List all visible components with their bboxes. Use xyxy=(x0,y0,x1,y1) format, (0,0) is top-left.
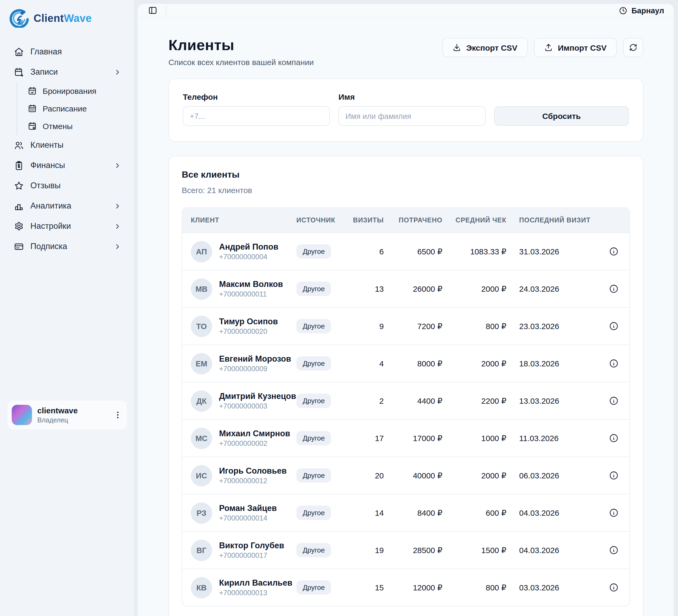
table-row[interactable]: ИС Игорь Соловьев +70000000012 Другое 20… xyxy=(182,457,630,494)
refresh-button[interactable] xyxy=(623,38,643,57)
client-name: Игорь Соловьев xyxy=(219,466,287,475)
clientwave-logo-icon xyxy=(10,8,29,28)
client-name: Андрей Попов xyxy=(219,242,278,251)
sidebar-item-records[interactable]: Записи xyxy=(7,62,127,82)
client-phone: +70000000009 xyxy=(219,365,291,373)
spent-value: 26000 ₽ xyxy=(384,284,442,294)
client-info-button[interactable] xyxy=(608,432,620,444)
client-phone: +70000000003 xyxy=(219,402,296,410)
source-badge: Другое xyxy=(296,319,331,333)
avg-check-value: 2000 ₽ xyxy=(442,284,506,294)
gear-icon xyxy=(14,221,24,231)
user-profile[interactable]: clientwave Владелец xyxy=(7,401,127,429)
credit-card-icon xyxy=(14,241,24,251)
sidebar-item-label: Отмены xyxy=(43,121,73,131)
table-row[interactable]: ТО Тимур Осипов +70000000020 Другое 9 72… xyxy=(182,307,630,345)
client-name: Кирилл Васильев xyxy=(219,578,292,587)
spent-value: 7200 ₽ xyxy=(384,321,442,331)
chevron-right-icon xyxy=(114,161,121,169)
page-header: Клиенты Список всех клиентов вашей компа… xyxy=(168,37,643,67)
table-row[interactable]: АП Андрей Попов +70000000004 Другое 6 65… xyxy=(182,232,630,270)
client-info-button[interactable] xyxy=(608,469,620,482)
last-visit-value: 13.03.2026 xyxy=(506,396,608,405)
sidebar-toggle-button[interactable] xyxy=(146,4,159,17)
app-logo[interactable]: ClientWave xyxy=(7,8,127,28)
client-phone: +70000000014 xyxy=(219,514,277,522)
clock-icon xyxy=(619,6,627,15)
kebab-menu-icon[interactable] xyxy=(113,410,123,420)
client-info-button[interactable] xyxy=(608,581,620,593)
sidebar-item-subscription[interactable]: Подписка xyxy=(7,236,127,257)
client-info-button[interactable] xyxy=(608,245,620,258)
home-icon xyxy=(14,47,24,57)
table-row[interactable]: ВГ Виктор Голубев +70000000017 Другое 19… xyxy=(182,531,630,569)
last-visit-value: 11.03.2026 xyxy=(506,434,608,443)
app-root: ClientWave Главная Записи Бронирования Р xyxy=(0,0,678,616)
client-name: Максим Волков xyxy=(219,279,283,289)
info-icon xyxy=(609,246,619,257)
sidebar-item-home[interactable]: Главная xyxy=(7,42,127,62)
table-row[interactable]: РЗ Роман Зайцев +70000000014 Другое 14 8… xyxy=(182,494,630,531)
client-avatar: АП xyxy=(191,241,212,262)
visits-value: 19 xyxy=(352,546,384,555)
sidebar-item-schedule[interactable]: Расписание xyxy=(17,100,127,117)
client-info-button[interactable] xyxy=(608,320,620,332)
sidebar-item-finances[interactable]: Финансы xyxy=(7,155,127,176)
column-source: ИСТОЧНИК xyxy=(296,217,352,224)
visits-value: 9 xyxy=(352,322,384,331)
last-visit-value: 18.03.2026 xyxy=(506,359,608,368)
column-avg-check: СРЕДНИЙ ЧЕК xyxy=(442,217,506,224)
sidebar-item-analytics[interactable]: Аналитика xyxy=(7,196,127,216)
info-icon xyxy=(609,358,619,368)
visits-value: 14 xyxy=(352,508,384,517)
last-visit-value: 04.03.2026 xyxy=(506,508,608,517)
avg-check-value: 2000 ₽ xyxy=(442,359,506,368)
sidebar-item-label: Клиенты xyxy=(30,140,64,150)
client-avatar: ТО xyxy=(191,316,212,337)
table-row[interactable]: МВ Максим Волков +70000000011 Другое 13 … xyxy=(182,270,630,307)
table-row[interactable]: КВ Кирилл Васильев +70000000013 Другое 1… xyxy=(182,569,630,606)
sidebar-item-clients[interactable]: Клиенты xyxy=(7,135,127,155)
info-icon xyxy=(609,321,619,331)
sidebar-item-bookings[interactable]: Бронирования xyxy=(17,82,127,100)
sidebar-item-cancellations[interactable]: Отмены xyxy=(17,117,127,135)
visits-value: 6 xyxy=(352,247,384,256)
column-visits: ВИЗИТЫ xyxy=(352,217,384,224)
sidebar-item-label: Записи xyxy=(30,67,58,77)
header-actions: Экспорт CSV Импорт CSV xyxy=(442,38,643,57)
avg-check-value: 800 ₽ xyxy=(442,583,506,592)
client-info-button[interactable] xyxy=(608,283,620,295)
client-name: Роман Зайцев xyxy=(219,503,277,513)
phone-filter-input[interactable] xyxy=(183,106,330,126)
info-icon xyxy=(609,470,619,480)
client-info-button[interactable] xyxy=(608,544,620,556)
export-csv-button[interactable]: Экспорт CSV xyxy=(442,38,527,57)
page-subtitle: Список всех клиентов вашей компании xyxy=(168,58,314,67)
client-avatar: ВГ xyxy=(191,540,212,561)
main-card: Барнаул Клиенты Список всех клиентов ваш… xyxy=(138,4,674,616)
client-info-button[interactable] xyxy=(608,395,620,407)
avg-check-value: 600 ₽ xyxy=(442,508,506,518)
visits-value: 4 xyxy=(352,359,384,368)
name-filter-label: Имя xyxy=(338,92,486,101)
reset-filters-button[interactable]: Сбросить xyxy=(494,106,629,126)
source-badge: Другое xyxy=(296,468,331,483)
table-row[interactable]: ЕМ Евгений Морозов +70000000009 Другое 4… xyxy=(182,345,630,382)
topbar: Барнаул xyxy=(138,4,674,17)
client-info-button[interactable] xyxy=(608,357,620,370)
table-row[interactable]: ДК Дмитрий Кузнецов +70000000003 Другое … xyxy=(182,382,630,419)
table-row[interactable]: МС Михаил Смирнов +70000000002 Другое 17… xyxy=(182,419,630,457)
chevron-right-icon xyxy=(114,68,121,76)
client-info-button[interactable] xyxy=(608,507,620,519)
client-name: Дмитрий Кузнецов xyxy=(219,391,296,401)
sidebar-item-reviews[interactable]: Отзывы xyxy=(7,176,127,196)
sidebar-nav: Главная Записи Бронирования Расписание xyxy=(7,42,127,257)
name-filter-input[interactable] xyxy=(338,106,486,126)
client-avatar: МС xyxy=(191,428,212,449)
import-csv-button[interactable]: Импорт CSV xyxy=(534,38,617,57)
city-label: Барнаул xyxy=(632,6,665,15)
last-visit-value: 24.03.2026 xyxy=(506,284,608,293)
sidebar-item-settings[interactable]: Настройки xyxy=(7,216,127,236)
sidebar-item-label: Аналитика xyxy=(30,201,71,211)
filters-panel: Телефон Имя Сбросить xyxy=(168,78,643,142)
